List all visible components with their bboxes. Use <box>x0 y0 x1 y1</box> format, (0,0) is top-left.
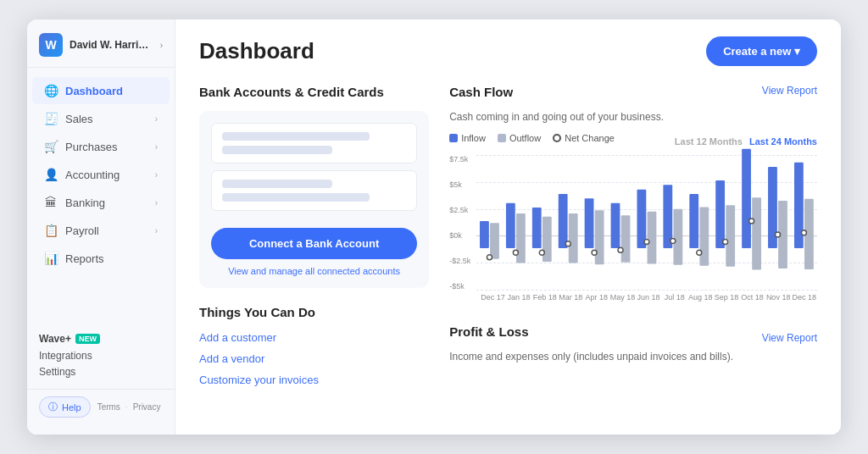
svg-rect-16 <box>689 194 698 248</box>
chart-legend-row: Inflow Outflow Net Change <box>449 133 817 150</box>
outflow-color <box>498 134 506 142</box>
sidebar-footer: ⓘ Help Terms · Privacy <box>27 389 175 424</box>
sidebar-item-dashboard[interactable]: 🌐 Dashboard <box>32 77 170 104</box>
left-column: Bank Accounts & Credit Cards Connect a B… <box>199 85 429 395</box>
integrations-link[interactable]: Integrations <box>39 350 163 362</box>
footer-links: Terms · Privacy <box>97 402 161 412</box>
help-button[interactable]: ⓘ Help <box>39 396 91 418</box>
add-customer-link[interactable]: Add a customer <box>199 331 429 344</box>
svg-point-36 <box>749 219 754 224</box>
new-badge: NEW <box>75 334 100 344</box>
svg-rect-10 <box>611 203 620 248</box>
sidebar-item-sales[interactable]: 🧾 Sales › <box>32 105 170 132</box>
chart-svg <box>476 155 817 291</box>
sidebar-item-label: Payroll <box>65 224 99 237</box>
x-label: Apr 18 <box>584 293 610 302</box>
y-label-0k: $0k <box>449 231 473 240</box>
sidebar-item-reports[interactable]: 📊 Reports <box>32 245 170 272</box>
svg-rect-6 <box>559 194 568 248</box>
svg-point-34 <box>697 250 702 255</box>
add-vendor-link[interactable]: Add a vendor <box>199 352 429 365</box>
bars-area <box>476 155 817 291</box>
sidebar-item-label: Accounting <box>65 169 120 181</box>
chevron-icon: › <box>155 226 158 235</box>
terms-link[interactable]: Terms <box>97 402 120 412</box>
outflow-legend: Outflow <box>498 133 541 143</box>
customize-invoices-link[interactable]: Customize your invoices <box>199 374 429 386</box>
banking-icon: 🏛 <box>44 196 58 209</box>
sidebar-header[interactable]: W David W. Harring... › <box>27 19 175 68</box>
x-label: Dec 17 <box>480 293 506 302</box>
profit-header: Profit & Loss View Report <box>449 324 817 351</box>
svg-point-37 <box>776 232 781 237</box>
svg-point-35 <box>723 240 728 245</box>
svg-point-33 <box>670 238 676 243</box>
chart-period-selector: Last 12 Months Last 24 Months <box>675 136 817 147</box>
svg-point-29 <box>565 241 570 246</box>
cashflow-view-report-link[interactable]: View Report <box>762 85 817 97</box>
svg-rect-2 <box>506 203 515 248</box>
cashflow-title: Cash Flow <box>449 85 664 99</box>
x-label: Jun 18 <box>636 293 662 302</box>
wave-plus-label: Wave+ NEW <box>39 333 163 345</box>
cashflow-subtitle: Cash coming in and going out of your bus… <box>449 111 664 123</box>
svg-point-31 <box>618 247 623 252</box>
privacy-link[interactable]: Privacy <box>133 402 161 412</box>
svg-rect-8 <box>585 198 594 248</box>
net-change-legend: Net Change <box>553 133 615 143</box>
manage-accounts-link[interactable]: View and manage all connected accounts <box>211 266 417 276</box>
chevron-icon: › <box>155 142 158 152</box>
y-label-7-5k: $7.5k <box>449 155 473 163</box>
connect-bank-button[interactable]: Connect a Bank Account <box>211 228 417 259</box>
app-window: W David W. Harring... › 🌐 Dashboard 🧾 Sa… <box>27 19 841 435</box>
bank-accounts-section: Bank Accounts & Credit Cards Connect a B… <box>199 85 429 288</box>
sidebar-item-banking[interactable]: 🏛 Banking › <box>32 189 170 216</box>
sidebar-item-payroll[interactable]: 📋 Payroll › <box>32 217 170 244</box>
create-new-button[interactable]: Create a new ▾ <box>706 36 817 66</box>
svg-rect-21 <box>752 197 761 269</box>
svg-rect-0 <box>480 221 489 248</box>
last-24-months-link[interactable]: Last 24 Months <box>749 136 817 147</box>
chevron-icon: › <box>155 170 158 180</box>
sidebar-item-purchases[interactable]: 🛒 Purchases › <box>32 133 170 160</box>
bank-row <box>222 146 332 154</box>
bank-item-2 <box>211 170 417 211</box>
svg-point-38 <box>802 230 807 235</box>
reports-icon: 📊 <box>44 252 58 265</box>
svg-rect-11 <box>621 215 631 262</box>
svg-rect-18 <box>715 180 725 248</box>
inflow-color <box>449 134 458 142</box>
svg-point-26 <box>487 255 492 260</box>
y-label-5k: $5k <box>449 180 473 189</box>
settings-link[interactable]: Settings <box>39 366 163 378</box>
svg-rect-20 <box>742 149 751 248</box>
bank-row <box>222 180 332 188</box>
svg-rect-9 <box>595 210 604 264</box>
sidebar-item-label: Dashboard <box>65 85 123 97</box>
x-label: Dec 18 <box>791 293 817 302</box>
help-icon: ⓘ <box>48 401 58 413</box>
x-label: Nov 18 <box>765 293 792 302</box>
svg-rect-13 <box>648 212 657 264</box>
sales-icon: 🧾 <box>44 112 58 125</box>
profit-subtitle: Income and expenses only (includes unpai… <box>449 351 817 363</box>
payroll-icon: 📋 <box>44 224 58 237</box>
profit-title: Profit & Loss <box>449 324 528 339</box>
svg-point-28 <box>539 250 544 255</box>
last-12-months-link[interactable]: Last 12 Months <box>675 136 743 147</box>
main-header: Dashboard Create a new ▾ <box>199 36 817 66</box>
svg-rect-19 <box>726 205 735 267</box>
cashflow-section: Cash Flow Cash coming in and going out o… <box>449 85 817 307</box>
app-logo: W <box>39 33 63 57</box>
right-column: Cash Flow Cash coming in and going out o… <box>449 85 817 395</box>
sidebar-item-accounting[interactable]: 👤 Accounting › <box>32 161 170 188</box>
profit-view-report-link[interactable]: View Report <box>762 332 817 344</box>
x-label: Oct 18 <box>739 293 765 302</box>
svg-rect-3 <box>516 213 526 263</box>
x-label: Mar 18 <box>558 293 584 302</box>
x-label: Feb 18 <box>531 293 558 302</box>
x-label: May 18 <box>609 293 636 302</box>
inflow-legend: Inflow <box>449 133 486 143</box>
svg-rect-15 <box>674 209 683 265</box>
dashboard-icon: 🌐 <box>44 84 58 97</box>
